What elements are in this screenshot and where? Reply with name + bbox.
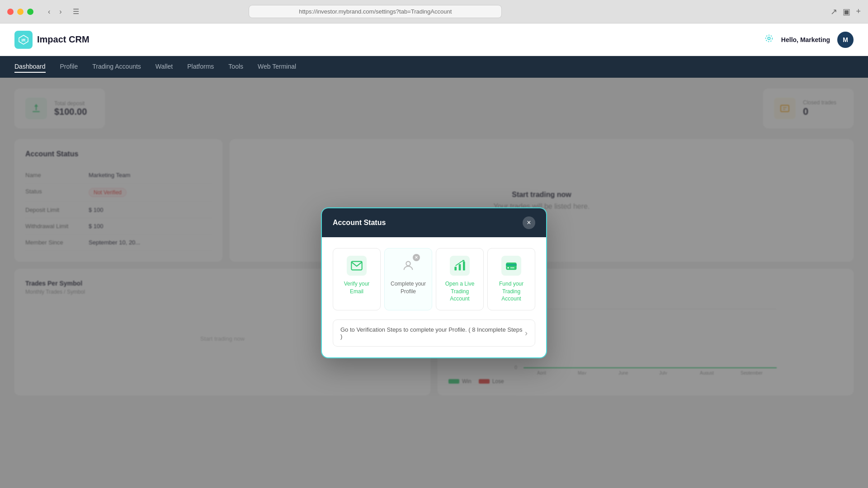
svg-point-2 bbox=[768, 37, 770, 40]
svg-text:IR: IR bbox=[22, 38, 26, 42]
fullscreen-traffic-light[interactable] bbox=[27, 9, 33, 15]
modal-title: Account Status bbox=[333, 219, 386, 227]
fund-account-icon bbox=[501, 256, 521, 276]
main-content: Total deposit $100.00 Closed trades 0 bbox=[0, 78, 868, 488]
steps-grid: Verify your Email ✕ bbox=[333, 248, 535, 310]
notification-icon[interactable] bbox=[764, 33, 774, 46]
modal-overlay[interactable]: Account Status × Verify yo bbox=[0, 78, 868, 488]
logo[interactable]: IR Impact CRM bbox=[14, 31, 90, 49]
svg-rect-20 bbox=[463, 261, 465, 270]
nav-item-tools[interactable]: Tools bbox=[228, 61, 243, 73]
app-header: IR Impact CRM Hello, Marketing M bbox=[0, 23, 868, 56]
verification-steps-link[interactable]: Go to Verification Steps to complete you… bbox=[333, 319, 535, 347]
complete-profile-icon: ✕ bbox=[398, 256, 418, 276]
browser-nav-arrows: ‹ › bbox=[44, 6, 66, 18]
chevron-right-icon: › bbox=[525, 328, 528, 338]
nav-item-platforms[interactable]: Platforms bbox=[187, 61, 214, 73]
complete-profile-label: Complete your Profile bbox=[390, 280, 426, 296]
footer-link-text: Go to Verification Steps to complete you… bbox=[340, 326, 525, 340]
open-live-account-icon bbox=[450, 256, 470, 276]
tabs-icon[interactable]: ▣ bbox=[843, 7, 850, 17]
share-icon[interactable]: ↗ bbox=[830, 7, 837, 17]
svg-point-3 bbox=[766, 35, 773, 42]
svg-point-23 bbox=[507, 267, 509, 269]
nav-item-trading-accounts[interactable]: Trading Accounts bbox=[92, 61, 141, 73]
greeting-text: Hello, Marketing bbox=[781, 36, 830, 43]
nav-item-dashboard[interactable]: Dashboard bbox=[14, 61, 46, 73]
close-traffic-light[interactable] bbox=[7, 9, 14, 15]
x-badge: ✕ bbox=[413, 254, 420, 261]
step-open-live-account[interactable]: Open a Live Trading Account bbox=[436, 248, 484, 310]
modal-close-button[interactable]: × bbox=[523, 216, 535, 229]
forward-button[interactable]: › bbox=[56, 6, 65, 18]
svg-rect-21 bbox=[506, 263, 516, 270]
sidebar-toggle-button[interactable]: ☰ bbox=[69, 5, 83, 18]
svg-rect-19 bbox=[459, 264, 461, 270]
back-button[interactable]: ‹ bbox=[44, 6, 54, 18]
avatar[interactable]: M bbox=[837, 32, 854, 48]
nav-item-wallet[interactable]: Wallet bbox=[156, 61, 173, 73]
account-status-modal: Account Status × Verify yo bbox=[321, 207, 547, 358]
address-bar[interactable]: https://investor.mybrand.com/settings?ta… bbox=[249, 5, 502, 18]
step-verify-email[interactable]: Verify your Email bbox=[333, 248, 381, 310]
nav-item-web-terminal[interactable]: Web Terminal bbox=[258, 61, 296, 73]
svg-point-17 bbox=[406, 261, 410, 265]
fund-account-label: Fund your Trading Account bbox=[493, 280, 529, 303]
more-icon[interactable]: + bbox=[856, 7, 861, 17]
header-right: Hello, Marketing M bbox=[764, 32, 854, 48]
svg-rect-24 bbox=[510, 267, 514, 268]
logo-icon: IR bbox=[14, 31, 33, 49]
svg-rect-18 bbox=[454, 267, 457, 270]
step-complete-profile[interactable]: ✕ Complete your Profile bbox=[384, 248, 432, 310]
minimize-traffic-light[interactable] bbox=[17, 9, 24, 15]
window-actions: ↗ ▣ + bbox=[830, 7, 861, 17]
window-chrome: ‹ › ☰ https://investor.mybrand.com/setti… bbox=[0, 0, 868, 23]
open-live-account-label: Open a Live Trading Account bbox=[442, 280, 478, 303]
modal-body: Verify your Email ✕ bbox=[322, 237, 546, 357]
step-fund-account[interactable]: Fund your Trading Account bbox=[487, 248, 535, 310]
traffic-lights bbox=[7, 9, 33, 15]
svg-rect-22 bbox=[506, 264, 516, 266]
verify-email-label: Verify your Email bbox=[339, 280, 375, 296]
verify-email-icon bbox=[347, 256, 367, 276]
nav-bar: Dashboard Profile Trading Accounts Walle… bbox=[0, 56, 868, 78]
logo-text: Impact CRM bbox=[37, 34, 90, 45]
nav-item-profile[interactable]: Profile bbox=[60, 61, 78, 73]
modal-header: Account Status × bbox=[322, 208, 546, 237]
